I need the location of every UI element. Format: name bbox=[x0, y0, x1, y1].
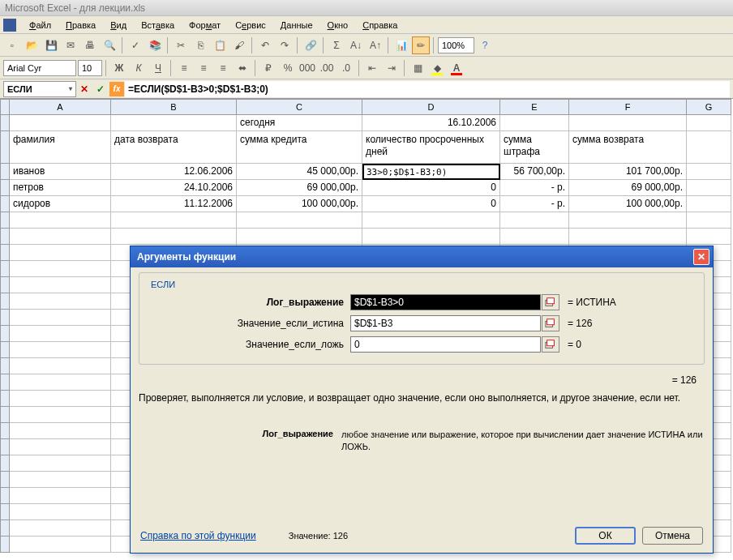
range-select-icon[interactable] bbox=[542, 336, 559, 353]
cell[interactable] bbox=[500, 115, 569, 131]
bold-icon[interactable]: Ж bbox=[110, 59, 128, 77]
col-header[interactable]: A bbox=[10, 99, 111, 115]
dec-decimal-icon[interactable]: .0 bbox=[337, 59, 355, 77]
currency-icon[interactable]: ₽ bbox=[259, 59, 277, 77]
arg-input[interactable] bbox=[350, 315, 541, 331]
cell[interactable] bbox=[687, 212, 731, 229]
cell[interactable] bbox=[10, 342, 111, 358]
row-header[interactable] bbox=[0, 196, 10, 212]
name-box[interactable]: ЕСЛИ bbox=[3, 81, 76, 97]
col-header[interactable]: B bbox=[111, 99, 237, 115]
cell[interactable] bbox=[111, 115, 237, 131]
cell[interactable]: сидоров bbox=[10, 196, 111, 212]
cell[interactable] bbox=[10, 326, 111, 342]
cell[interactable] bbox=[687, 164, 731, 180]
row-header[interactable] bbox=[0, 407, 10, 423]
cell[interactable]: 0 bbox=[362, 196, 500, 212]
cell[interactable] bbox=[10, 212, 111, 229]
cell[interactable]: 100 000,00р. bbox=[237, 196, 362, 212]
range-select-icon[interactable] bbox=[542, 294, 559, 310]
format-painter-icon[interactable]: 🖌 bbox=[230, 36, 248, 54]
cell[interactable]: иванов bbox=[10, 164, 111, 180]
cut-icon[interactable]: ✂ bbox=[172, 36, 190, 54]
percent-icon[interactable]: % bbox=[279, 59, 297, 77]
chart-icon[interactable]: 📊 bbox=[392, 36, 410, 54]
col-header[interactable]: D bbox=[362, 99, 500, 115]
cell[interactable] bbox=[237, 229, 362, 245]
save-icon[interactable]: 💾 bbox=[42, 36, 60, 54]
select-all-corner[interactable] bbox=[0, 99, 10, 115]
dec-indent-icon[interactable]: ⇤ bbox=[363, 59, 381, 77]
col-header[interactable]: F bbox=[569, 99, 687, 115]
cell[interactable]: фамилия bbox=[10, 131, 111, 164]
cell[interactable] bbox=[569, 115, 687, 131]
size-select[interactable] bbox=[78, 60, 102, 76]
row-header[interactable] bbox=[0, 131, 10, 164]
cell[interactable] bbox=[237, 212, 362, 229]
cell[interactable] bbox=[362, 212, 500, 229]
cell[interactable] bbox=[10, 374, 111, 391]
cell[interactable]: 45 000,00р. bbox=[237, 164, 362, 180]
cell[interactable] bbox=[111, 229, 237, 245]
cell[interactable]: 69 000,00р. bbox=[237, 180, 362, 196]
cell[interactable] bbox=[10, 245, 111, 261]
cell[interactable]: 100 000,00р. bbox=[569, 196, 687, 212]
row-header[interactable] bbox=[0, 261, 10, 277]
fill-color-icon[interactable]: ◆ bbox=[428, 59, 446, 77]
arg-input[interactable] bbox=[350, 294, 541, 310]
align-right-icon[interactable]: ≡ bbox=[214, 59, 232, 77]
new-icon[interactable]: ▫ bbox=[3, 36, 21, 54]
row-header[interactable] bbox=[0, 520, 10, 536]
row-header[interactable] bbox=[0, 310, 10, 326]
arg-input[interactable] bbox=[350, 336, 541, 353]
row-header[interactable] bbox=[0, 455, 10, 472]
col-header[interactable]: E bbox=[500, 99, 569, 115]
formula-input[interactable] bbox=[125, 81, 730, 97]
italic-icon[interactable]: К bbox=[130, 59, 148, 77]
merge-icon[interactable]: ⬌ bbox=[234, 59, 251, 77]
cell[interactable]: 12.06.2006 bbox=[111, 164, 237, 180]
copy-icon[interactable]: ⎘ bbox=[191, 36, 209, 54]
row-header[interactable] bbox=[0, 277, 10, 293]
cell[interactable] bbox=[111, 212, 237, 229]
menu-insert[interactable]: Вставка bbox=[135, 19, 181, 32]
cell[interactable] bbox=[10, 504, 111, 520]
row-header[interactable] bbox=[0, 423, 10, 439]
cell[interactable]: 16.10.2006 bbox=[362, 115, 500, 131]
cell[interactable]: количество просроченных дней bbox=[362, 131, 500, 164]
cell[interactable] bbox=[10, 423, 111, 439]
cell[interactable]: дата возврата bbox=[111, 131, 237, 164]
fx-icon[interactable]: fx bbox=[109, 82, 124, 96]
mail-icon[interactable]: ✉ bbox=[62, 36, 79, 54]
cell[interactable]: сегодня bbox=[237, 115, 362, 131]
row-header[interactable] bbox=[0, 391, 10, 407]
row-header[interactable] bbox=[0, 342, 10, 358]
cell[interactable]: 69 000,00р. bbox=[569, 180, 687, 196]
cell[interactable]: 56 700,00р. bbox=[500, 164, 569, 180]
col-header[interactable]: C bbox=[237, 99, 362, 115]
open-icon[interactable]: 📂 bbox=[23, 36, 41, 54]
row-header[interactable] bbox=[0, 164, 10, 180]
enter-icon[interactable]: ✓ bbox=[93, 82, 108, 96]
cell[interactable] bbox=[10, 439, 111, 455]
align-center-icon[interactable]: ≡ bbox=[195, 59, 212, 77]
row-header[interactable] bbox=[0, 439, 10, 455]
menu-tools[interactable]: Сервис bbox=[229, 19, 272, 32]
cell[interactable] bbox=[10, 358, 111, 374]
cell[interactable] bbox=[10, 277, 111, 293]
cell[interactable]: 11.12.2006 bbox=[111, 196, 237, 212]
cell[interactable] bbox=[10, 391, 111, 407]
print-icon[interactable]: 🖶 bbox=[81, 36, 99, 54]
cell[interactable]: сумма штрафа bbox=[500, 131, 569, 164]
cell[interactable] bbox=[10, 229, 111, 245]
cell[interactable] bbox=[687, 115, 731, 131]
cell[interactable] bbox=[10, 520, 111, 536]
cell[interactable] bbox=[10, 115, 111, 131]
row-header[interactable] bbox=[0, 326, 10, 342]
help-link[interactable]: Справка по этой функции bbox=[140, 530, 256, 541]
ok-button[interactable]: ОК bbox=[575, 527, 636, 545]
paste-icon[interactable]: 📋 bbox=[211, 36, 229, 54]
font-color-icon[interactable]: A bbox=[448, 59, 465, 77]
cell[interactable] bbox=[569, 229, 687, 245]
sort-asc-icon[interactable]: A↓ bbox=[347, 36, 365, 54]
